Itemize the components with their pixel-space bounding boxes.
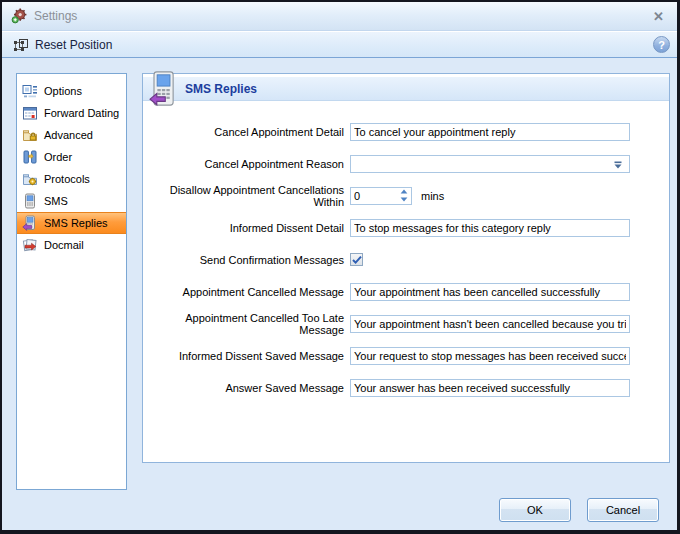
reset-position-label: Reset Position <box>35 38 112 52</box>
sidebar-item-label: Advanced <box>44 129 93 141</box>
chevron-down-icon <box>614 161 623 169</box>
phone-reply-icon <box>22 215 38 231</box>
sidebar-item-sms-replies[interactable]: SMS Replies <box>17 212 126 234</box>
form-row: Send Confirmation Messages <box>144 250 363 269</box>
answer-saved-message-input[interactable] <box>350 379 630 397</box>
toolbar: Reset Position ? <box>2 31 677 58</box>
field-label: Informed Dissent Detail <box>144 222 350 234</box>
phone-reply-large-icon <box>149 71 177 111</box>
sidebar-item-label: Docmail <box>44 239 84 251</box>
order-icon <box>22 149 38 165</box>
form-row: Cancel Appointment Reason <box>144 154 630 173</box>
form-row: Cancel Appointment Detail <box>144 122 630 141</box>
titlebar: Settings ✕ <box>2 2 677 31</box>
field-label: Appointment Cancelled Message <box>144 286 350 298</box>
form-row: Disallow Appointment Cancellations Withi… <box>144 186 444 205</box>
spinner-value-input[interactable] <box>351 190 400 202</box>
sidebar-item-label: Options <box>44 85 82 97</box>
options-icon <box>22 83 38 99</box>
sidebar: Options Forward Dating <box>16 73 127 490</box>
phone-icon <box>22 193 38 209</box>
sidebar-item-label: SMS Replies <box>44 217 108 229</box>
form-row: Appointment Cancelled Message <box>144 282 630 301</box>
appointment-cancelled-too-late-input[interactable] <box>350 315 630 333</box>
folder-gear-icon <box>22 171 38 187</box>
folder-lock-icon <box>22 127 38 143</box>
form-row: Informed Dissent Detail <box>144 218 630 237</box>
field-label: Answer Saved Message <box>144 382 350 394</box>
field-label: Cancel Appointment Detail <box>144 126 350 138</box>
calendar-icon <box>22 105 38 121</box>
sidebar-item-protocols[interactable]: Protocols <box>17 168 126 190</box>
sms-replies-panel: SMS Replies Cancel Appointment Detail Ca… <box>142 73 670 463</box>
sidebar-item-options[interactable]: Options <box>17 80 126 102</box>
appointment-cancelled-message-input[interactable] <box>350 283 630 301</box>
disallow-cancellations-spinner[interactable] <box>350 187 412 205</box>
send-confirmation-checkbox[interactable] <box>350 253 363 266</box>
form-row: Appointment Cancelled Too Late Message <box>144 314 630 333</box>
form-row: Answer Saved Message <box>144 378 630 397</box>
field-label: Cancel Appointment Reason <box>144 158 350 170</box>
cancel-appointment-detail-input[interactable] <box>350 123 630 141</box>
sidebar-item-label: Protocols <box>44 173 90 185</box>
cancel-button[interactable]: Cancel <box>587 498 659 522</box>
informed-dissent-saved-message-input[interactable] <box>350 347 630 365</box>
sidebar-item-label: Forward Dating <box>44 107 119 119</box>
close-icon[interactable]: ✕ <box>649 9 668 24</box>
field-label: Disallow Appointment Cancellations Withi… <box>144 184 350 208</box>
sidebar-item-sms[interactable]: SMS <box>17 190 126 212</box>
field-label: Appointment Cancelled Too Late Message <box>144 312 350 336</box>
sidebar-item-docmail[interactable]: Docmail <box>17 234 126 256</box>
sidebar-item-label: Order <box>44 151 72 163</box>
checkmark-icon <box>351 254 363 266</box>
field-label: Informed Dissent Saved Message <box>144 350 350 362</box>
reset-position-button[interactable]: Reset Position <box>9 35 116 55</box>
spinner-arrows-icon[interactable] <box>400 189 411 202</box>
informed-dissent-detail-input[interactable] <box>350 219 630 237</box>
reset-position-icon <box>13 37 29 53</box>
settings-gear-icon <box>11 8 27 24</box>
sidebar-item-advanced[interactable]: Advanced <box>17 124 126 146</box>
settings-window: Settings ✕ Reset Position ? <box>0 0 680 534</box>
cancel-appointment-reason-dropdown[interactable] <box>350 155 630 173</box>
form-row: Informed Dissent Saved Message <box>144 346 630 365</box>
panel-title: SMS Replies <box>185 82 257 96</box>
docmail-icon <box>22 237 38 253</box>
sidebar-item-order[interactable]: Order <box>17 146 126 168</box>
window-title: Settings <box>34 9 77 23</box>
spinner-suffix-label: mins <box>421 190 444 202</box>
sidebar-item-label: SMS <box>44 195 68 207</box>
help-icon[interactable]: ? <box>653 36 670 53</box>
sidebar-item-forward-dating[interactable]: Forward Dating <box>17 102 126 124</box>
field-label: Send Confirmation Messages <box>144 254 350 266</box>
ok-button[interactable]: OK <box>499 498 571 522</box>
